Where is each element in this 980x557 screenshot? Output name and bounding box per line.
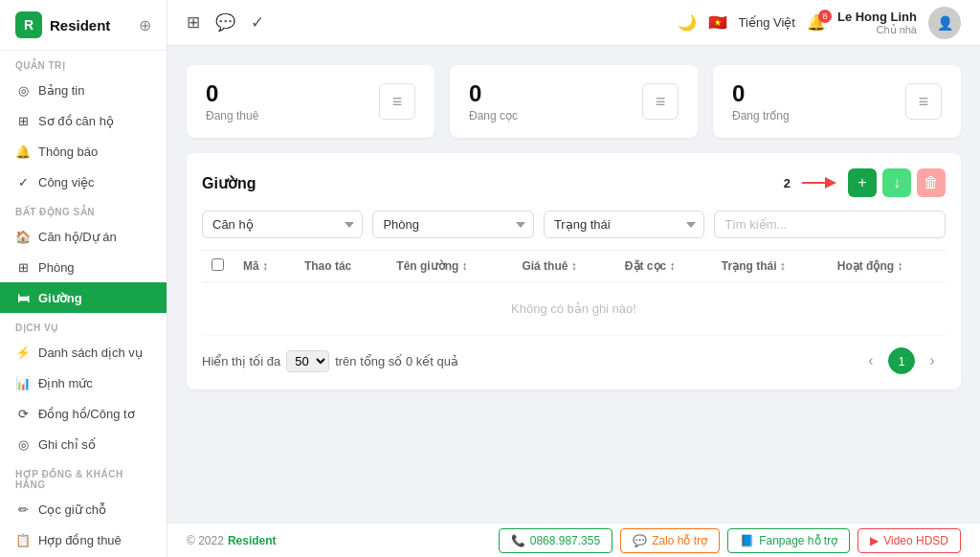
sidebar-label-giuong: Giường: [38, 291, 82, 305]
table-header-row: Mã ↕ Thao tác Tên giường ↕ Giá thuê ↕ Đặ…: [202, 251, 946, 282]
notif-badge: 8: [818, 10, 832, 23]
phong-icon: ⊞: [15, 259, 31, 275]
footer: © 2022 Resident 📞 0868.987.355 💬 Zalo hỗ…: [167, 523, 980, 557]
topnav-right: 🌙 🇻🇳 Tiếng Việt 🔔 8 Le Hong Linh Chủ nhà…: [678, 7, 961, 39]
sidebar-item-giuong[interactable]: 🛏Giường: [0, 282, 167, 313]
sidebar-item-can-ho[interactable]: 🏠Căn hộ/Dự án: [0, 221, 167, 252]
chat-icon[interactable]: 💬: [215, 12, 235, 33]
sidebar-logo: R Resident ⊕: [0, 0, 167, 51]
select-all-checkbox[interactable]: [212, 258, 224, 271]
pagination-controls: ‹ 1 ›: [858, 347, 946, 374]
download-button[interactable]: ↓: [882, 168, 911, 197]
stat-dang-coc-icon: ≡: [642, 83, 679, 120]
next-page-button[interactable]: ›: [919, 347, 946, 374]
search-input[interactable]: [714, 211, 946, 238]
show-label: Hiển thị tối đa: [202, 354, 280, 368]
so-do-can-ho-icon: ⊞: [15, 113, 31, 128]
sidebar-item-dong-ho[interactable]: ⟳Đồng hồ/Công tơ: [0, 398, 167, 429]
filter-row: Căn hộ Phòng Trạng thái: [202, 211, 946, 238]
footer-copyright: © 2022: [187, 534, 224, 547]
sidebar-item-danh-sach-dich-vu[interactable]: ⚡Danh sách dịch vụ: [0, 337, 167, 368]
prev-page-button[interactable]: ‹: [858, 347, 884, 374]
username: Le Hong Linh: [837, 10, 917, 24]
sidebar-item-phong[interactable]: ⊞Phòng: [0, 252, 167, 282]
col-gia-thue: Giá thuê ↕: [512, 251, 614, 282]
add-button[interactable]: +: [848, 168, 877, 197]
fanpage-icon: 📘: [740, 534, 754, 547]
notification-bell[interactable]: 🔔 8: [807, 13, 826, 32]
stat-card-dang-thue: 0 Đang thuê ≡: [187, 65, 434, 138]
fanpage-button[interactable]: 📘 Fanpage hỗ trợ: [727, 528, 850, 553]
language-selector[interactable]: Tiếng Việt: [739, 15, 795, 30]
phone-button[interactable]: 📞 0868.987.355: [499, 528, 612, 553]
stat-dang-trong-label: Đang trống: [732, 109, 790, 123]
danh-sach-dich-vu-icon: ⚡: [15, 345, 31, 360]
trang-thai-filter[interactable]: Trạng thái: [544, 211, 704, 238]
sidebar-label-so-do-can-ho: Sơ đồ căn hộ: [38, 114, 114, 128]
flag-icon: 🇻🇳: [708, 13, 727, 32]
dong-ho-icon: ⟳: [15, 406, 31, 421]
sidebar-section-title-2: DỊCH VỤ: [0, 313, 167, 337]
ghi-chi-so-icon: ◎: [15, 436, 31, 452]
annotation-2-badge: 2: [784, 176, 791, 190]
sidebar-item-hop-dong-thue[interactable]: 📋Hợp đồng thuê: [0, 524, 167, 555]
page-1-button[interactable]: 1: [888, 347, 915, 374]
sidebar-label-can-ho: Căn hộ/Dự án: [38, 230, 117, 244]
hop-dong-thue-icon: 📋: [15, 532, 31, 547]
video-icon: ▶: [870, 534, 879, 547]
total-text: trên tổng số 0 kết quả: [335, 354, 458, 368]
phong-filter[interactable]: Phòng: [372, 211, 533, 238]
settings-icon[interactable]: ⊕: [139, 16, 151, 34]
sidebar-item-thong-bao[interactable]: 🔔Thông báo: [0, 136, 167, 167]
video-button[interactable]: ▶ Video HDSD: [858, 528, 961, 553]
logo-text: Resident: [50, 17, 110, 33]
stat-dang-coc-label: Đang cọc: [469, 109, 518, 123]
sidebar-item-coc-giu-cho[interactable]: ✏Cọc giữ chỗ: [0, 494, 167, 524]
stat-card-dang-coc: 0 Đang cọc ≡: [450, 65, 698, 138]
sidebar-label-danh-sach-dich-vu: Danh sách dịch vụ: [38, 345, 143, 360]
dinh-muc-icon: 📊: [15, 375, 31, 390]
sidebar-label-cong-viec: Công việc: [38, 175, 95, 189]
sidebar-label-bang-tin: Bảng tin: [38, 83, 84, 98]
coc-giu-cho-icon: ✏: [15, 501, 31, 517]
sidebar-label-phong: Phòng: [38, 260, 75, 275]
check-icon[interactable]: ✓: [251, 12, 264, 33]
thong-bao-icon: 🔔: [15, 144, 31, 159]
footer-brand: Resident: [228, 534, 277, 547]
per-page-select[interactable]: 50: [286, 350, 329, 372]
sidebar-item-so-do-can-ho[interactable]: ⊞Sơ đồ căn hộ: [0, 105, 167, 136]
pagination-info: Hiển thị tối đa 50 trên tổng số 0 kết qu…: [202, 350, 458, 372]
sidebar-item-cong-viec[interactable]: ✓Công việc: [0, 167, 167, 197]
zalo-button[interactable]: 💬 Zalo hỗ trợ: [620, 528, 720, 553]
stat-dang-thue-icon: ≡: [379, 83, 415, 120]
stat-dang-thue-number: 0: [206, 80, 258, 107]
logo-icon: R: [15, 11, 42, 38]
sidebar-label-coc-giu-cho: Cọc giữ chỗ: [38, 502, 106, 517]
empty-row: Không có bản ghi nào!: [202, 282, 946, 336]
sidebar-item-bang-tin[interactable]: ◎Bảng tin: [0, 75, 167, 105]
sidebar-label-thong-bao: Thông báo: [38, 145, 98, 159]
empty-message: Không có bản ghi nào!: [202, 282, 946, 336]
sidebar-label-dong-ho: Đồng hồ/Công tơ: [38, 407, 135, 421]
footer-right: 📞 0868.987.355 💬 Zalo hỗ trợ 📘 Fanpage h…: [499, 528, 961, 553]
can-ho-filter[interactable]: Căn hộ: [202, 211, 363, 238]
avatar[interactable]: 👤: [928, 7, 961, 39]
sidebar-section-title-0: QUẢN TRỊ: [0, 51, 167, 75]
grid-icon[interactable]: ⊞: [187, 12, 200, 33]
sidebar: R Resident ⊕ QUẢN TRỊ◎Bảng tin⊞Sơ đồ căn…: [0, 0, 167, 557]
delete-button[interactable]: 🗑: [917, 168, 946, 197]
pagination-row: Hiển thị tối đa 50 trên tổng số 0 kết qu…: [202, 347, 946, 374]
user-role: Chủ nhà: [877, 24, 917, 36]
sidebar-section-title-1: BẤT ĐỘNG SẢN: [0, 197, 167, 221]
stat-dang-thue-label: Đang thuê: [206, 109, 258, 123]
sidebar-item-dinh-muc[interactable]: 📊Định mức: [0, 368, 167, 398]
col-thao-tac: Thao tác: [295, 251, 387, 282]
col-dat-coc: Đặt cọc ↕: [615, 251, 712, 282]
table-actions: + ↓ 🗑: [848, 168, 946, 197]
sidebar-item-ghi-chi-so[interactable]: ◎Ghi chỉ số: [0, 429, 167, 459]
can-ho-icon: 🏠: [15, 229, 31, 244]
theme-toggle-icon[interactable]: 🌙: [678, 13, 697, 32]
stat-dang-trong-number: 0: [732, 80, 790, 107]
col-hoat-dong: Hoạt động ↕: [828, 251, 946, 282]
main-content: 0 Đang thuê ≡ 0 Đang cọc ≡ 0 Đang trống: [167, 46, 980, 523]
